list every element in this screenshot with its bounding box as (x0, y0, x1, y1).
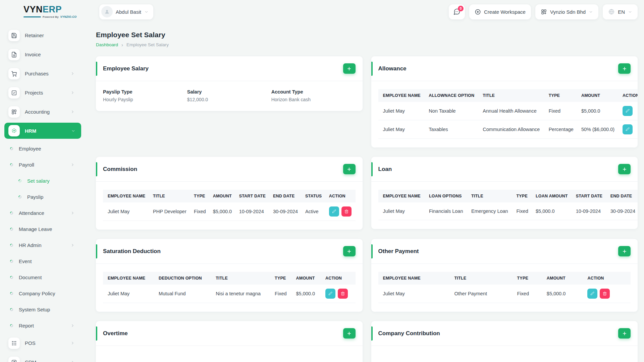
bullet-icon (9, 211, 14, 215)
chat-button[interactable]: 0 (449, 4, 465, 19)
bullet-icon (9, 227, 14, 231)
sidebar-item-projects[interactable]: Projects (0, 83, 83, 102)
sidebar-item-employee[interactable]: Employee (0, 140, 83, 157)
brand-logo[interactable]: VYNERP Powered By VYNZIO.CO (0, 5, 83, 18)
add-allowance-button[interactable] (618, 63, 631, 74)
card-accent (96, 326, 97, 341)
edit-button[interactable] (329, 206, 339, 217)
bullet-icon (9, 163, 14, 167)
sidebar-item-payroll[interactable]: Payroll (0, 157, 83, 173)
column-header: START DATE (573, 190, 607, 202)
add-company-contribution-button[interactable] (618, 328, 631, 339)
table-cell: Financials Loan (426, 202, 468, 220)
column-header: AMOUNT (293, 272, 322, 285)
sidebar-item-system-setup[interactable]: System Setup (0, 301, 83, 317)
edit-button[interactable] (587, 289, 597, 299)
sidebar-item-invoice[interactable]: Invoice (0, 45, 83, 64)
bullet-icon (18, 179, 22, 183)
sidebar-item-manage-leave[interactable]: Manage Leave (0, 221, 83, 237)
table-cell: Juliet May (378, 285, 451, 303)
add-other-payment-button[interactable] (618, 246, 631, 256)
main-content: Employee Set Salary Dashboard › Employee… (83, 23, 644, 362)
edit-button[interactable] (623, 106, 633, 116)
workspace-selector[interactable]: Vynzio Sdn Bhd (535, 4, 598, 19)
create-workspace-button[interactable]: Create Workspace (469, 4, 531, 19)
add-overtime-button[interactable] (343, 328, 356, 339)
sidebar-item-label: Payroll (19, 162, 34, 168)
sidebar-item-payslip[interactable]: Payslip (0, 189, 83, 205)
edit-button[interactable] (325, 289, 335, 299)
add-saturation-deduction-button[interactable] (343, 246, 356, 256)
chevron-right-icon (70, 110, 75, 114)
brand-name: VYNERP (23, 5, 83, 14)
sidebar-item-label: Event (19, 258, 32, 264)
language-selector[interactable]: EN (603, 4, 638, 19)
sidebar-item-crm[interactable]: CRM (0, 353, 83, 362)
chevron-right-icon (70, 163, 75, 167)
card-title: Company Contribution (378, 330, 440, 337)
column-header: ACTION (584, 272, 631, 285)
sidebar-item-hrm[interactable]: HRM (4, 123, 81, 139)
purchases-icon (8, 68, 20, 79)
add-employee-salary-button[interactable] (343, 63, 356, 74)
sidebar-item-retainer[interactable]: Retainer (0, 26, 83, 45)
delete-button[interactable] (338, 289, 348, 299)
sidebar-item-label: HRM (25, 128, 36, 134)
sidebar-item-event[interactable]: Event (0, 253, 83, 269)
column-header: TITLE (479, 89, 545, 102)
sidebar-item-report[interactable]: Report (0, 317, 83, 334)
plus-icon (346, 331, 352, 336)
allowance-table: EMPLOYEE NAMEALLOWNACE OPTIONTITLETYPEAM… (378, 89, 631, 139)
table-row: Juliet MayTaxablesCommunication Allowanc… (378, 120, 638, 139)
card-title: Loan (378, 166, 392, 173)
column-header: LOAN OPTIONS (426, 190, 468, 202)
bullet-icon (9, 146, 14, 151)
sidebar-item-label: Document (19, 275, 42, 280)
breadcrumb-dashboard-link[interactable]: Dashboard (96, 42, 118, 47)
projects-icon (8, 87, 20, 99)
sidebar-item-hr-admin[interactable]: HR Admin (0, 237, 83, 253)
loan-table: EMPLOYEE NAMELOAN OPTIONSTITLETYPELOAN A… (378, 190, 631, 220)
edit-button[interactable] (623, 124, 633, 134)
column-header: EMPLOYEE NAME (378, 89, 426, 102)
column-header: ACTION (326, 190, 356, 202)
plus-icon (346, 66, 352, 71)
sidebar-item-label: Attendance (19, 210, 44, 216)
sidebar-item-accounting[interactable]: Accounting (0, 102, 83, 121)
tagline-prefix: Powered By (43, 15, 59, 18)
column-header: TYPE (513, 190, 532, 202)
add-loan-button[interactable] (618, 164, 631, 174)
invoice-icon (8, 49, 20, 60)
table-cell: Communication Allowance (479, 120, 545, 139)
column-header: START DATE (236, 190, 270, 202)
cards-grid: Employee Salary Payslip TypeHourly Paysl… (96, 56, 638, 362)
sidebar-item-attendance[interactable]: Attendance (0, 205, 83, 221)
column-header: ALLOWNACE OPTION (425, 89, 479, 102)
column-header: TYPE (271, 272, 292, 285)
table-cell: Juliet May (103, 202, 150, 221)
table-row: Juliet MayOther PaymentFixed$5,000.0 (378, 285, 631, 303)
sidebar-item-label: POS (25, 340, 36, 346)
sidebar-item-document[interactable]: Document (0, 269, 83, 285)
column-header: END DATE (607, 190, 638, 202)
sidebar-item-label: Set salary (27, 178, 50, 184)
delete-button[interactable] (341, 206, 352, 217)
sidebar-item-purchases[interactable]: Purchases (0, 64, 83, 83)
sidebar-item-company-policy[interactable]: Company Policy (0, 285, 83, 301)
sidebar: RetainerInvoicePurchasesProjectsAccounti… (0, 23, 83, 362)
card-title: Commission (103, 166, 137, 173)
sidebar-item-label: Employee (19, 146, 41, 152)
sidebar-item-label: Company Policy (19, 291, 55, 296)
user-menu[interactable]: Abdul Basit (99, 4, 153, 19)
topbar-actions: 0 Create Workspace Vynzio Sdn Bhd EN (449, 4, 644, 19)
add-commission-button[interactable] (343, 164, 356, 174)
sidebar-item-set-salary[interactable]: Set salary (0, 173, 83, 189)
tagline-rule (23, 16, 41, 17)
company-contribution-card: Company Contribution (371, 321, 638, 362)
globe-icon (608, 8, 615, 15)
saturation-deduction-card: Saturation Deduction EMPLOYEE NAMEDEDUCT… (96, 239, 363, 312)
plus-icon (622, 331, 627, 336)
delete-button[interactable] (600, 289, 610, 299)
field: Account TypeHorizon Bank cash (271, 89, 356, 102)
sidebar-item-pos[interactable]: POS (0, 334, 83, 353)
